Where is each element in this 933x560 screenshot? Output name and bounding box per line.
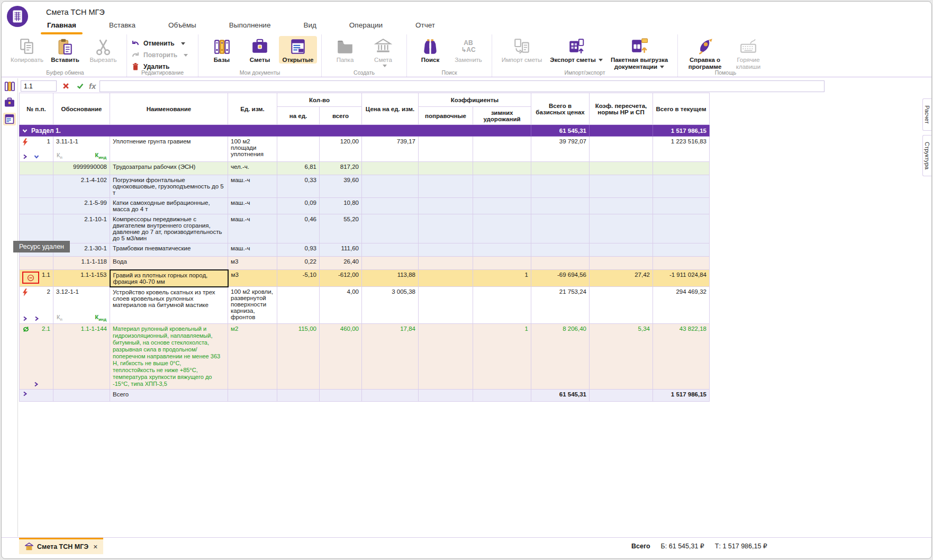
cell-empty[interactable]: [653, 175, 710, 198]
row21-code-cell[interactable]: 1.1-1-144: [53, 324, 110, 390]
total-chevron-cell[interactable]: [20, 389, 53, 401]
row1-unit-cell[interactable]: 100 м2 площади уплотнения: [228, 137, 277, 162]
row21-base[interactable]: 8 206,40: [531, 324, 590, 390]
batch-export-button[interactable]: Пакетная выгрузка документации: [605, 36, 673, 70]
row1-base[interactable]: 39 792,07: [531, 137, 590, 162]
cell-empty[interactable]: [590, 162, 653, 175]
redo-button[interactable]: Повторить: [131, 51, 194, 59]
row11-price[interactable]: 113,88: [362, 270, 419, 287]
resource-qty-unit[interactable]: 0,09: [277, 198, 320, 214]
tab-operacii[interactable]: Операции: [348, 21, 384, 34]
cancel-formula-button[interactable]: [60, 81, 71, 92]
cell-empty[interactable]: [590, 243, 653, 257]
import-estimate-button[interactable]: Импорт сметы: [496, 36, 547, 64]
cell-empty[interactable]: [362, 389, 419, 401]
strip-estimates-icon[interactable]: [3, 96, 16, 109]
cell-empty[interactable]: [20, 162, 53, 175]
resource-row[interactable]: 2.1-4-102 Погрузчики фронтальные одноков…: [20, 175, 710, 198]
cell-empty[interactable]: [228, 389, 277, 401]
resource-qty-total[interactable]: 111,60: [320, 243, 362, 257]
section-row[interactable]: Раздел 1. 61 545,31 1 517 986,15: [20, 125, 710, 137]
kp-flag[interactable]: Кп: [57, 314, 62, 322]
row11-coef-winter[interactable]: 1: [473, 270, 531, 287]
row2-price[interactable]: 3 005,38: [362, 287, 419, 324]
resource-unit[interactable]: маш.-ч: [228, 198, 277, 214]
paste-button[interactable]: Вставить: [46, 36, 84, 64]
cell-empty[interactable]: [473, 198, 531, 214]
row2-current[interactable]: 294 469,32: [653, 287, 710, 324]
cell-empty[interactable]: [531, 198, 590, 214]
export-estimate-button[interactable]: Экспорт сметы: [547, 36, 605, 64]
row1-code-cell[interactable]: 3.11-1-1 Кп Кинд: [53, 137, 110, 162]
cell-empty[interactable]: [653, 198, 710, 214]
row11-unit-cell[interactable]: м3: [228, 270, 277, 287]
cell-empty[interactable]: [53, 389, 110, 401]
cell-empty[interactable]: [419, 389, 473, 401]
cell-empty[interactable]: [419, 257, 473, 270]
row21-recalc[interactable]: 5,34: [590, 324, 653, 390]
cell-empty[interactable]: [362, 175, 419, 198]
cell-empty[interactable]: [590, 125, 653, 137]
section-label-cell[interactable]: Раздел 1.: [20, 125, 531, 137]
tab-obyomy[interactable]: Объёмы: [167, 21, 197, 34]
cell-empty[interactable]: [419, 243, 473, 257]
resource-row[interactable]: 9999990008 Трудозатраты рабочих (ЭСН) че…: [20, 162, 710, 175]
resource-qty-total[interactable]: 26,40: [320, 257, 362, 270]
cell-empty[interactable]: [473, 243, 531, 257]
estimates-button[interactable]: Сметы: [241, 36, 279, 64]
row2-code-cell[interactable]: 3.12-1-1 Кп Кинд: [53, 287, 110, 324]
row2-unit-cell[interactable]: 100 м2 кровли, развернутой поверхности к…: [228, 287, 277, 324]
kind-flag[interactable]: Кинд: [95, 152, 106, 160]
row21-current[interactable]: 43 822,18: [653, 324, 710, 390]
resource-name[interactable]: Погрузчики фронтальные одноковшовые, гру…: [110, 175, 228, 198]
resource-code[interactable]: 2.1-10-1: [53, 214, 110, 243]
undo-caret-icon[interactable]: [181, 42, 185, 45]
resource-qty-unit[interactable]: 0,93: [277, 243, 320, 257]
kp-flag[interactable]: Кп: [57, 152, 62, 160]
cut-button[interactable]: Вырезать: [84, 36, 122, 64]
section-collapse-icon[interactable]: [22, 128, 28, 133]
cell-empty[interactable]: [277, 137, 320, 162]
resource-qty-unit[interactable]: 0,22: [277, 257, 320, 270]
formula-input[interactable]: [99, 80, 825, 92]
cell-empty[interactable]: [20, 198, 53, 214]
row2-base[interactable]: 21 753,24: [531, 287, 590, 324]
resource-code[interactable]: 2.1-4-102: [53, 175, 110, 198]
cell-empty[interactable]: [277, 287, 320, 324]
cell-empty[interactable]: [362, 162, 419, 175]
replace-button[interactable]: AB ↳AC Заменить: [449, 36, 487, 64]
row1-flags-cell[interactable]: 1: [20, 137, 53, 162]
resource-name[interactable]: Вода: [110, 257, 228, 270]
expand-chevron-icon[interactable]: [22, 316, 28, 321]
resource-qty-total[interactable]: 55,20: [320, 214, 362, 243]
cell-ref-input[interactable]: [21, 80, 57, 92]
cell-empty[interactable]: [653, 257, 710, 270]
resource-unit[interactable]: маш.-ч: [228, 175, 277, 198]
hotkeys-button[interactable]: Горячие клавиши: [728, 36, 769, 70]
cell-empty[interactable]: [419, 175, 473, 198]
strip-bases-icon[interactable]: [3, 80, 16, 93]
cell-empty[interactable]: [473, 257, 531, 270]
row11-name-cell-selected[interactable]: Гравий из плотных горных пород, фракция …: [110, 270, 228, 287]
collapse-chevron-icon[interactable]: [34, 154, 39, 159]
resource-unit[interactable]: маш.-ч: [228, 243, 277, 257]
cell-empty[interactable]: [419, 198, 473, 214]
expand-chevron-icon[interactable]: [33, 382, 39, 387]
section-current-total[interactable]: 1 517 986,15: [653, 125, 710, 137]
resource-unit[interactable]: чел.-ч.: [228, 162, 277, 175]
cell-empty[interactable]: [590, 214, 653, 243]
cell-empty[interactable]: [653, 243, 710, 257]
row11-recalc[interactable]: 27,42: [590, 270, 653, 287]
cell-empty[interactable]: [473, 389, 531, 401]
cell-empty[interactable]: [473, 287, 531, 324]
confirm-formula-button[interactable]: [75, 81, 85, 92]
cell-empty[interactable]: [362, 257, 419, 270]
row1-name-cell[interactable]: Уплотнение грунта гравием: [110, 137, 228, 162]
resource-qty-unit[interactable]: 0,46: [277, 214, 320, 243]
about-button[interactable]: Справка о программе: [682, 36, 728, 70]
tab-glavnaya[interactable]: Главная: [46, 21, 77, 34]
row21-qty-unit[interactable]: 115,00: [277, 324, 320, 390]
row11-qty-total[interactable]: -612,00: [320, 270, 362, 287]
cell-empty[interactable]: [419, 287, 473, 324]
tab-otchet[interactable]: Отчет: [414, 21, 436, 34]
